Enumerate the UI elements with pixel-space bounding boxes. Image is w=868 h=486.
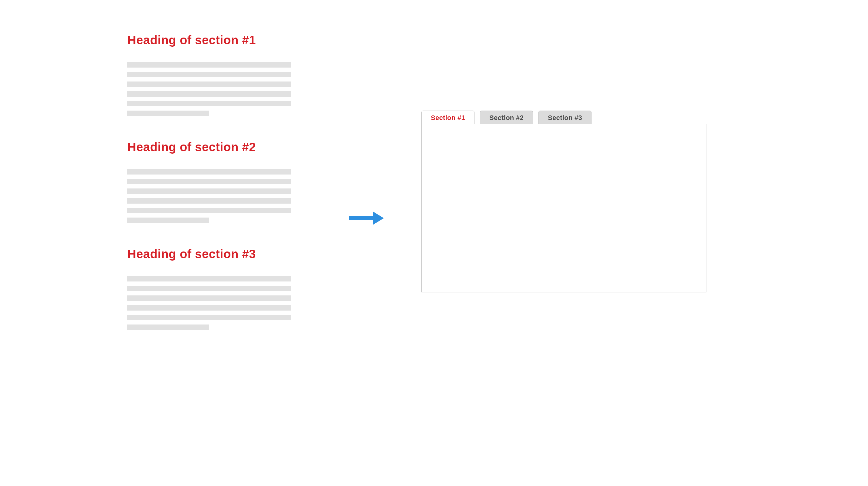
tab-content <box>422 124 706 292</box>
placeholder-line <box>127 62 291 68</box>
arrow-head <box>373 212 384 225</box>
placeholder-line <box>127 72 291 77</box>
placeholder-line <box>127 276 291 282</box>
placeholder-line <box>127 101 291 106</box>
tab-strip: Section #1 Section #2 Section #3 <box>422 110 706 124</box>
placeholder-line-short <box>127 324 209 330</box>
placeholder-lines <box>127 62 291 116</box>
section-block-1: Heading of section #1 <box>127 33 291 116</box>
section-heading-1: Heading of section #1 <box>127 33 291 47</box>
arrow-shaft <box>349 216 373 220</box>
placeholder-line <box>127 82 291 87</box>
placeholder-line <box>127 208 291 213</box>
placeholder-line-short <box>127 218 209 223</box>
sections-column: Heading of section #1 Heading of section… <box>127 33 291 354</box>
section-heading-2: Heading of section #2 <box>127 140 291 154</box>
tab-panel: Section #1 Section #2 Section #3 <box>422 110 706 292</box>
placeholder-line <box>127 169 291 174</box>
diagram-canvas: Heading of section #1 Heading of section… <box>0 0 868 486</box>
section-block-3: Heading of section #3 <box>127 247 291 330</box>
placeholder-lines <box>127 169 291 223</box>
placeholder-line <box>127 315 291 320</box>
placeholder-line <box>127 295 291 301</box>
placeholder-line <box>127 198 291 204</box>
tab-section-3[interactable]: Section #3 <box>538 110 591 124</box>
arrow-icon <box>349 212 385 224</box>
placeholder-lines <box>127 276 291 330</box>
tab-section-1[interactable]: Section #1 <box>422 110 474 124</box>
placeholder-line-short <box>127 110 209 116</box>
placeholder-line <box>127 305 291 311</box>
placeholder-line <box>127 91 291 97</box>
placeholder-line <box>127 189 291 194</box>
section-heading-3: Heading of section #3 <box>127 247 291 261</box>
section-block-2: Heading of section #2 <box>127 140 291 223</box>
placeholder-line <box>127 179 291 184</box>
placeholder-line <box>127 286 291 291</box>
tab-section-2[interactable]: Section #2 <box>480 110 533 124</box>
